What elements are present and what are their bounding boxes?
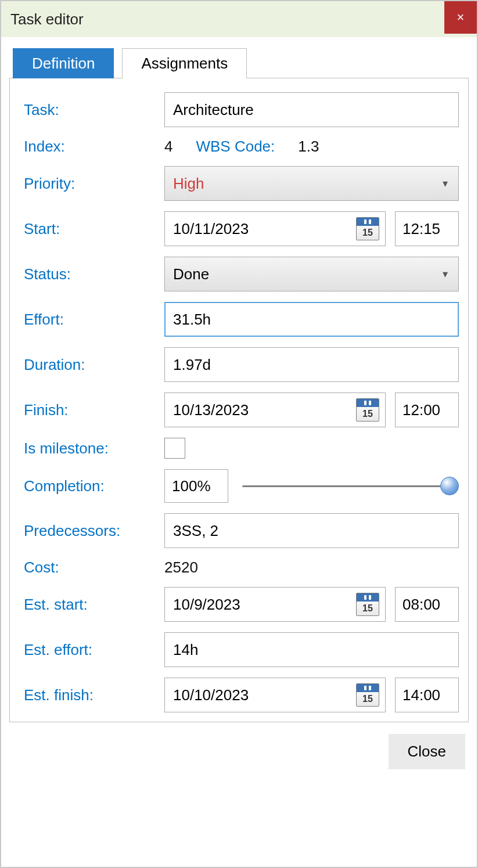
- wbs-value: 1.3: [298, 138, 319, 156]
- priority-value: High: [173, 175, 204, 193]
- duration-input[interactable]: [164, 347, 459, 382]
- start-time-input[interactable]: 12:15: [395, 211, 459, 246]
- chevron-down-icon: ▾: [443, 268, 448, 280]
- est-start-label: Est. start:: [19, 596, 164, 614]
- milestone-checkbox[interactable]: [164, 438, 185, 459]
- duration-label: Duration:: [19, 356, 164, 374]
- calendar-icon[interactable]: 15: [356, 683, 379, 707]
- start-date-value: 10/11/2023: [173, 220, 249, 238]
- effort-input[interactable]: [164, 302, 459, 337]
- calendar-icon[interactable]: 15: [356, 398, 379, 422]
- est-start-date-input[interactable]: 10/9/2023 15: [164, 587, 386, 622]
- chevron-down-icon: ▾: [443, 177, 448, 190]
- wbs-label: WBS Code:: [196, 138, 275, 156]
- est-effort-label: Est. effort:: [19, 641, 164, 659]
- completion-input[interactable]: 100%: [164, 469, 228, 503]
- slider-track: [242, 485, 459, 487]
- finish-label: Finish:: [19, 401, 164, 419]
- effort-label: Effort:: [19, 311, 164, 329]
- predecessors-label: Predecessors:: [19, 522, 164, 540]
- completion-slider[interactable]: [242, 474, 459, 498]
- est-start-time-input[interactable]: 08:00: [395, 587, 459, 622]
- predecessors-input[interactable]: [164, 513, 459, 548]
- index-value: 4: [164, 138, 172, 156]
- calendar-icon[interactable]: 15: [356, 217, 379, 240]
- finish-date-value: 10/13/2023: [173, 401, 249, 419]
- finish-date-input[interactable]: 10/13/2023 15: [164, 392, 386, 427]
- est-finish-label: Est. finish:: [19, 686, 164, 704]
- est-finish-date-input[interactable]: 10/10/2023 15: [164, 678, 386, 712]
- est-finish-time-input[interactable]: 14:00: [395, 678, 459, 712]
- task-input[interactable]: [164, 92, 459, 127]
- status-value: Done: [173, 265, 209, 283]
- start-label: Start:: [19, 220, 164, 238]
- completion-label: Completion:: [19, 477, 164, 495]
- calendar-icon[interactable]: 15: [356, 593, 379, 616]
- tab-definition[interactable]: Definition: [13, 48, 114, 78]
- finish-time-input[interactable]: 12:00: [395, 392, 459, 427]
- est-effort-input[interactable]: [164, 632, 459, 667]
- task-label: Task:: [19, 101, 164, 119]
- status-select[interactable]: Done ▾: [164, 257, 459, 291]
- cost-label: Cost:: [19, 559, 164, 577]
- milestone-label: Is milestone:: [19, 440, 164, 458]
- est-start-date-value: 10/9/2023: [173, 596, 240, 614]
- window-close-button[interactable]: ×: [444, 1, 477, 34]
- priority-select[interactable]: High ▾: [164, 166, 459, 201]
- slider-thumb[interactable]: [440, 477, 459, 495]
- cost-value: 2520: [164, 559, 459, 577]
- tab-assignments[interactable]: Assignments: [122, 48, 247, 78]
- index-label: Index:: [19, 138, 164, 156]
- est-finish-date-value: 10/10/2023: [173, 686, 249, 704]
- close-button[interactable]: Close: [389, 734, 465, 769]
- start-date-input[interactable]: 10/11/2023 15: [164, 211, 386, 246]
- status-label: Status:: [19, 265, 164, 283]
- priority-label: Priority:: [19, 175, 164, 193]
- window-title: Task editor: [10, 10, 84, 28]
- form-panel: Task: Index: 4 WBS Code: 1.3 Priority: H…: [9, 78, 469, 722]
- close-icon: ×: [457, 10, 465, 25]
